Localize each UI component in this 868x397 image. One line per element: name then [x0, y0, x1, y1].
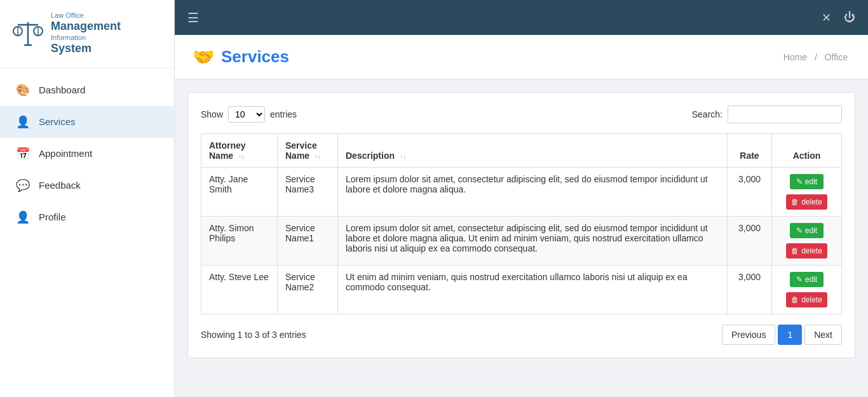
delete-icon-1: 🗑: [791, 246, 799, 255]
cell-rate-1: 3,000: [728, 217, 772, 266]
cell-rate-2: 3,000: [728, 266, 772, 314]
page-header: 🤝 Services Home / Office: [175, 35, 868, 79]
breadcrumb-home[interactable]: Home: [783, 52, 807, 62]
sidebar-item-label-dashboard: Dashboard: [39, 84, 85, 95]
edit-icon-0: ✎: [796, 177, 803, 186]
logo-text: Law Office Management Information System: [51, 11, 121, 56]
sidebar-item-label-services: Services: [39, 116, 76, 127]
breadcrumb-current: Office: [825, 52, 848, 62]
sidebar-item-feedback[interactable]: 💬 Feedback: [0, 170, 174, 201]
sort-icon-service: ↑↓: [315, 153, 321, 160]
entries-select[interactable]: 10 25 50 100: [228, 106, 265, 123]
sidebar-item-dashboard[interactable]: 🎨 Dashboard: [0, 74, 174, 106]
sort-icon-description: ↑↓: [400, 153, 406, 160]
sidebar-logo: Law Office Management Information System: [0, 0, 174, 68]
services-icon: 👤: [16, 115, 30, 129]
feedback-icon: 💬: [16, 178, 30, 192]
delete-button-0[interactable]: 🗑 delete: [786, 194, 827, 210]
cell-description-1: Lorem ipsum dolor sit amet, consectetur …: [338, 217, 728, 266]
cell-service-0: Service Name3: [278, 168, 338, 217]
sidebar-item-label-profile: Profile: [39, 212, 66, 222]
page-1-button[interactable]: 1: [778, 325, 802, 345]
logo-icon: [13, 18, 43, 49]
cell-service-1: Service Name1: [278, 217, 338, 266]
topbar-right: ✕ ⏻: [822, 11, 855, 25]
sidebar-item-services[interactable]: 👤 Services: [0, 106, 174, 138]
power-icon[interactable]: ⏻: [844, 11, 855, 24]
main-content: ☰ ✕ ⏻ 🤝 Services Home / Office Show: [175, 0, 868, 397]
col-header-service: Service Name ↑↓: [278, 134, 338, 168]
entries-label: entries: [270, 109, 297, 119]
sidebar-item-profile[interactable]: 👤 Profile: [0, 201, 174, 233]
page-title: Services: [221, 47, 289, 67]
logo-law-office: Law Office: [51, 11, 121, 20]
logo-management: Management: [51, 20, 121, 34]
logo-information: Information: [51, 34, 121, 42]
table-row: Atty. Jane Smith Service Name3 Lorem ips…: [201, 168, 842, 217]
cell-action-0: ✎ edit 🗑 delete: [772, 168, 842, 217]
pagination-area: Showing 1 to 3 of 3 entries Previous 1 N…: [201, 325, 842, 345]
resize-icon[interactable]: ✕: [822, 11, 831, 25]
breadcrumb-separator: /: [815, 52, 817, 62]
table-card: Show 10 25 50 100 entries Search:: [187, 92, 855, 358]
delete-button-1[interactable]: 🗑 delete: [786, 243, 827, 259]
table-controls: Show 10 25 50 100 entries Search:: [201, 105, 842, 123]
col-header-rate: Rate: [728, 134, 772, 168]
search-label: Search:: [692, 109, 722, 119]
col-header-attorney: Attorney Name ↑↓: [201, 134, 278, 168]
pagination-buttons: Previous 1 Next: [722, 325, 842, 345]
next-button[interactable]: Next: [804, 325, 842, 345]
cell-attorney-1: Atty. Simon Philips: [201, 217, 278, 266]
col-header-action: Action: [772, 134, 842, 168]
search-area: Search:: [692, 105, 842, 123]
sort-icon-attorney: ↑↓: [238, 153, 245, 160]
topbar: ☰ ✕ ⏻: [175, 0, 868, 35]
cell-rate-0: 3,000: [728, 168, 772, 217]
edit-icon-2: ✎: [796, 275, 803, 284]
edit-button-1[interactable]: ✎ edit: [790, 223, 824, 238]
logo-system: System: [51, 42, 121, 56]
cell-action-2: ✎ edit 🗑 delete: [772, 266, 842, 314]
sidebar: Law Office Management Information System…: [0, 0, 175, 397]
previous-button[interactable]: Previous: [722, 325, 775, 345]
table-row: Atty. Simon Philips Service Name1 Lorem …: [201, 217, 842, 266]
show-label: Show: [201, 109, 223, 119]
menu-toggle-button[interactable]: ☰: [187, 10, 199, 25]
edit-icon-1: ✎: [796, 226, 803, 235]
nav-menu: 🎨 Dashboard 👤 Services 📅 Appointment 💬 F…: [0, 68, 174, 239]
table-row: Atty. Steve Lee Service Name2 Ut enim ad…: [201, 266, 842, 314]
edit-button-0[interactable]: ✎ edit: [790, 174, 824, 189]
col-header-description: Description ↑↓: [338, 134, 728, 168]
table-header-row: Attorney Name ↑↓ Service Name ↑↓ Descrip…: [201, 134, 842, 168]
cell-description-0: Lorem ipsum dolor sit amet, consectetur …: [338, 168, 728, 217]
delete-icon-2: 🗑: [791, 295, 799, 304]
sidebar-item-appointment[interactable]: 📅 Appointment: [0, 138, 174, 170]
search-input[interactable]: [728, 105, 842, 123]
services-table: Attorney Name ↑↓ Service Name ↑↓ Descrip…: [201, 133, 842, 314]
breadcrumb: Home / Office: [781, 52, 850, 62]
cell-service-2: Service Name2: [278, 266, 338, 314]
delete-button-2[interactable]: 🗑 delete: [786, 292, 827, 307]
table-body: Atty. Jane Smith Service Name3 Lorem ips…: [201, 168, 842, 314]
cell-description-2: Ut enim ad minim veniam, quis nostrud ex…: [338, 266, 728, 314]
sidebar-item-label-feedback: Feedback: [39, 180, 81, 191]
profile-icon: 👤: [16, 210, 30, 224]
content-area: 🤝 Services Home / Office Show 10 25 50: [175, 35, 868, 397]
cell-attorney-0: Atty. Jane Smith: [201, 168, 278, 217]
cell-attorney-2: Atty. Steve Lee: [201, 266, 278, 314]
pagination-info: Showing 1 to 3 of 3 entries: [201, 330, 306, 340]
edit-button-2[interactable]: ✎ edit: [790, 272, 824, 287]
sidebar-item-label-appointment: Appointment: [39, 148, 92, 159]
show-entries: Show 10 25 50 100 entries: [201, 106, 297, 123]
delete-icon-0: 🗑: [791, 198, 799, 206]
dashboard-icon: 🎨: [16, 83, 30, 97]
services-page-icon: 🤝: [193, 46, 215, 67]
appointment-icon: 📅: [16, 147, 30, 161]
cell-action-1: ✎ edit 🗑 delete: [772, 217, 842, 266]
page-title-area: 🤝 Services: [193, 46, 289, 67]
